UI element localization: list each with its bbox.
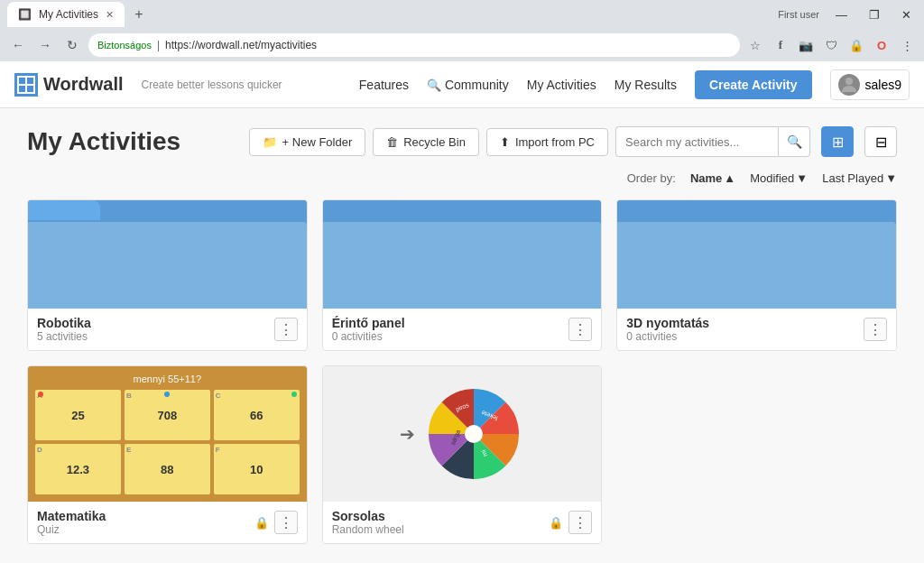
- folder-more-btn[interactable]: ⋮: [568, 318, 592, 341]
- order-last-played[interactable]: Last Played ▼: [822, 171, 897, 185]
- new-folder-btn[interactable]: 📁 + New Folder: [249, 128, 366, 156]
- activity-more-btn[interactable]: ⋮: [274, 511, 298, 534]
- browser-toolbar: ☆ f 📷 🛡 🔒 O ⋮: [745, 35, 917, 55]
- cork-grid: A 25 B 708 C 66: [35, 390, 300, 494]
- logo-text: Wordwall: [43, 74, 124, 95]
- items-grid: Robotika 5 activities ⋮ Érintő panel 0 a…: [27, 199, 897, 544]
- folder-icon: [617, 200, 896, 309]
- activity-footer-right: 🔒 ⋮: [254, 511, 298, 534]
- order-modified[interactable]: Modified ▼: [750, 171, 808, 185]
- import-label: Import from PC: [515, 135, 595, 149]
- maximize-btn[interactable]: ❐: [864, 6, 885, 23]
- bookmark-btn[interactable]: ☆: [745, 35, 765, 55]
- folder-tab: [28, 200, 100, 220]
- folder-name: Érintő panel: [332, 316, 405, 330]
- folder-name: 3D nyomtatás: [626, 316, 709, 330]
- main-content: My Activities 📁 + New Folder 🗑 Recycle B…: [0, 108, 924, 563]
- community-icon: 🔍: [427, 78, 441, 92]
- list-icon: ⊟: [875, 134, 887, 151]
- folder-footer: Robotika 5 activities ⋮: [28, 309, 307, 350]
- page-actions: 📁 + New Folder 🗑 Recycle Bin ⬆ Import fr…: [249, 126, 897, 157]
- folder-more-btn[interactable]: ⋮: [274, 318, 298, 341]
- nav-community[interactable]: 🔍 Community: [427, 78, 509, 92]
- folder-tab: [617, 200, 689, 220]
- back-btn[interactable]: ←: [7, 34, 29, 56]
- folder-card[interactable]: Robotika 5 activities ⋮: [27, 199, 308, 351]
- browser-chrome: 🔲 My Activities ✕ + First user — ❐ ✕ ← →…: [0, 0, 924, 61]
- refresh-btn[interactable]: ↻: [61, 34, 83, 56]
- new-tab-btn[interactable]: +: [128, 4, 150, 25]
- nav-my-activities[interactable]: My Activities: [527, 78, 596, 92]
- nav-features[interactable]: Features: [359, 78, 409, 92]
- secure-badge: Biztonságos: [97, 40, 152, 51]
- wheel-svg: kék piros egy zöld: [424, 384, 523, 484]
- nav-my-results[interactable]: My Results: [614, 78, 677, 92]
- list-view-btn[interactable]: ⊟: [864, 126, 897, 157]
- activity-card[interactable]: ➔ kék piros: [322, 365, 603, 544]
- cork-letter: C: [216, 392, 221, 400]
- lock-icon: 🔒: [254, 516, 269, 530]
- logo-tagline: Create better lessons quicker: [142, 78, 282, 91]
- activity-more-btn[interactable]: ⋮: [568, 511, 592, 534]
- screenshot-btn[interactable]: 📷: [796, 35, 816, 55]
- profile-btn[interactable]: O: [872, 35, 892, 55]
- grid-icon: ⊞: [832, 134, 844, 151]
- app-header: Wordwall Create better lessons quicker F…: [0, 61, 924, 108]
- minimize-btn[interactable]: —: [830, 6, 853, 23]
- recycle-icon: 🗑: [386, 135, 398, 149]
- pin-red: [38, 392, 43, 397]
- address-input[interactable]: Biztonságos | https://wordwall.net/myact…: [88, 33, 740, 57]
- search-input[interactable]: [615, 126, 778, 157]
- shield-btn[interactable]: 🛡: [821, 35, 841, 55]
- order-name[interactable]: Name ▲: [690, 171, 735, 185]
- header-nav: Features 🔍 Community My Activities My Re…: [359, 69, 910, 100]
- pin-blue: [164, 392, 170, 397]
- folder-more-btn[interactable]: ⋮: [864, 318, 887, 341]
- activity-name: Sorsolas: [332, 509, 404, 523]
- lock-icon: 🔒: [549, 516, 563, 530]
- url-text: https://wordwall.net/myactivities: [165, 39, 317, 51]
- folder-info: Érintő panel 0 activities: [332, 316, 405, 343]
- pin-green: [291, 392, 297, 397]
- folder-footer: 3D nyomtatás 0 activities ⋮: [617, 309, 896, 350]
- corkboard-bg: mennyi 55+11? A 25 B 708: [28, 366, 307, 502]
- import-btn[interactable]: ⬆ Import from PC: [486, 128, 608, 156]
- menu-btn[interactable]: ⋮: [897, 35, 917, 55]
- folder-count: 0 activities: [332, 330, 405, 343]
- wordwall-logo[interactable]: Wordwall: [14, 73, 124, 97]
- tab-close-btn[interactable]: ✕: [106, 9, 114, 21]
- forward-btn[interactable]: →: [34, 34, 56, 56]
- svg-point-9: [465, 425, 483, 443]
- recycle-bin-btn[interactable]: 🗑 Recycle Bin: [373, 128, 479, 156]
- cork-card: C 66: [214, 390, 300, 440]
- activity-footer-right: 🔒 ⋮: [549, 511, 592, 534]
- activity-info: Sorsolas Random wheel: [332, 509, 404, 536]
- user-area[interactable]: sales9: [830, 69, 910, 100]
- logo-sq4: [27, 86, 33, 92]
- vpn-btn[interactable]: 🔒: [846, 35, 866, 55]
- activity-name: Matematika: [37, 509, 106, 523]
- search-icon: 🔍: [787, 134, 802, 149]
- activity-footer: Matematika Quiz 🔒 ⋮: [28, 502, 307, 543]
- user-name: sales9: [865, 78, 901, 92]
- folder-card[interactable]: 3D nyomtatás 0 activities ⋮: [616, 199, 897, 351]
- activity-type: Random wheel: [332, 523, 404, 536]
- folder-name: Robotika: [37, 316, 91, 330]
- logo-sq1: [19, 78, 25, 84]
- create-activity-btn[interactable]: Create Activity: [695, 70, 812, 99]
- grid-view-btn[interactable]: ⊞: [821, 126, 854, 157]
- search-btn[interactable]: 🔍: [778, 126, 810, 157]
- folder-info: 3D nyomtatás 0 activities: [626, 316, 709, 343]
- folder-body: [617, 222, 896, 309]
- tab-title: My Activities: [39, 8, 98, 21]
- close-btn[interactable]: ✕: [896, 6, 917, 23]
- new-folder-icon: 📁: [263, 135, 277, 149]
- active-tab[interactable]: 🔲 My Activities ✕: [7, 2, 125, 27]
- user-label: First user: [778, 9, 819, 20]
- wheel-bg: ➔ kék piros: [323, 366, 602, 502]
- activity-card[interactable]: mennyi 55+11? A 25 B 708: [27, 365, 308, 544]
- extension-f-btn[interactable]: f: [771, 35, 790, 55]
- folder-icon: [323, 200, 602, 309]
- folder-card[interactable]: Érintő panel 0 activities ⋮: [322, 199, 603, 351]
- svg-point-0: [845, 78, 853, 85]
